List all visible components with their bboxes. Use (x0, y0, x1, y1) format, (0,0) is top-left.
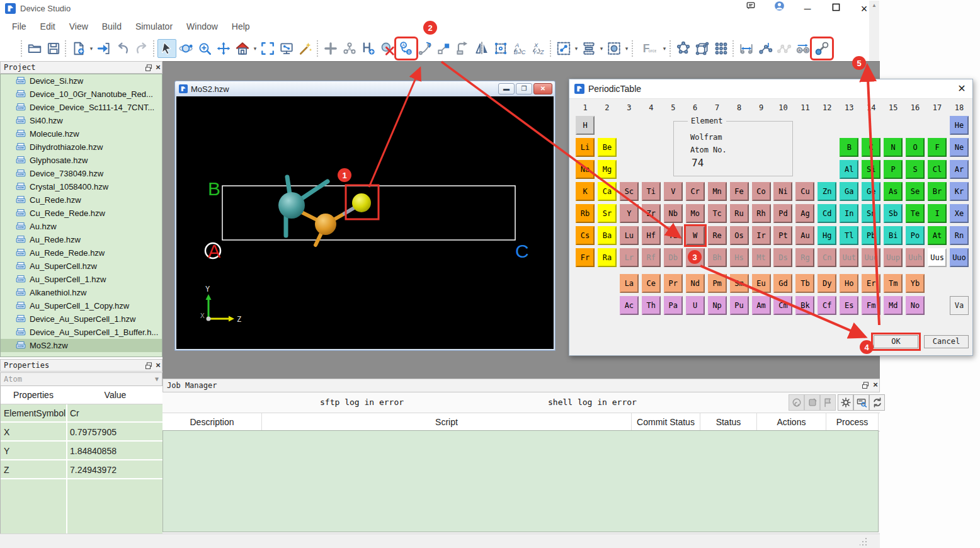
element-in[interactable]: In (840, 204, 858, 223)
element-bi[interactable]: Bi (884, 226, 903, 245)
job-col-script[interactable]: Script (262, 413, 632, 431)
dialog-close-icon[interactable]: ✕ (955, 82, 969, 96)
element-ba[interactable]: Ba (598, 226, 617, 245)
structure-viewport[interactable]: B A C Y Z X (176, 96, 554, 349)
minimize-button[interactable]: ─ (797, 0, 818, 18)
element-u[interactable]: U (686, 296, 705, 315)
sketch-bond-icon[interactable] (416, 39, 435, 58)
select-cursor-icon[interactable] (157, 39, 176, 58)
element-f[interactable]: F (928, 138, 947, 157)
add-atom-icon[interactable] (321, 39, 340, 58)
element-cs[interactable]: Cs (576, 226, 595, 245)
element-ar[interactable]: Ar (950, 160, 969, 179)
structure-window[interactable]: MoS2.hzw ▬ ❐ ✕ (174, 81, 556, 351)
element-uus[interactable]: Uus (928, 248, 947, 267)
element-tm[interactable]: Tm (884, 274, 903, 293)
close-panel-icon[interactable]: × (871, 380, 880, 390)
float-panel-icon[interactable] (144, 64, 153, 72)
periodic-table-dialog[interactable]: PeriodicTable ✕ 123456789101112131415161… (569, 79, 973, 356)
element-po[interactable]: Po (906, 226, 925, 245)
element-pu[interactable]: Pu (730, 296, 749, 315)
element-s[interactable]: S (906, 160, 925, 179)
menu-file[interactable]: File (5, 18, 33, 35)
project-file-device-device-sc111-14-7cnt-[interactable]: HZWDevice_Device_Sc111-14_7CNT... (1, 101, 162, 114)
project-file-glyphosate-hzw[interactable]: HZWGlyphosate.hzw (1, 154, 162, 167)
element-yb[interactable]: Yb (906, 274, 925, 293)
element-tc[interactable]: Tc (708, 204, 727, 223)
project-file-device-10-0gr-nanotube-red-[interactable]: HZWDevice_10_0Gr_Nanotube_Red... (1, 88, 162, 101)
measure-angle-icon[interactable] (756, 39, 775, 58)
open-folder-icon[interactable] (25, 39, 44, 58)
element-os[interactable]: Os (730, 226, 749, 245)
element-fe[interactable]: Fe (730, 182, 749, 201)
measure-distance-icon[interactable] (737, 39, 756, 58)
element-n[interactable]: N (884, 138, 903, 157)
element-ag[interactable]: Ag (795, 204, 814, 223)
job-col-description[interactable]: Description (162, 413, 262, 431)
project-file-molecule-hzw[interactable]: HZWMolecule.hzw (1, 127, 162, 140)
align-layers-icon[interactable] (579, 39, 598, 58)
save-icon[interactable] (44, 39, 63, 58)
element-pr[interactable]: Pr (664, 274, 683, 293)
feedback-chat-icon[interactable] (740, 0, 761, 18)
build-supercell-icon[interactable] (712, 39, 731, 58)
job-remote-monitor-icon[interactable] (853, 394, 869, 411)
property-value[interactable]: 7.24943972 (67, 460, 163, 479)
element-k[interactable]: K (576, 182, 595, 201)
element-v[interactable]: V (664, 182, 683, 201)
job-col-commit-status[interactable]: Commit Status (632, 413, 700, 431)
element-es[interactable]: Es (840, 296, 858, 315)
job-col-actions[interactable]: Actions (757, 413, 826, 431)
element-bk[interactable]: Bk (795, 296, 814, 315)
close-panel-icon[interactable]: × (154, 360, 162, 370)
menu-simulator[interactable]: Simulator (128, 18, 179, 35)
project-file-dihydrothiazole-hzw[interactable]: HZWDihydrothiazole.hzw (1, 140, 162, 154)
menu-build[interactable]: Build (95, 18, 128, 35)
element-dy[interactable]: Dy (818, 274, 836, 293)
element-mg[interactable]: Mg (598, 160, 617, 179)
element-rb[interactable]: Rb (576, 204, 595, 223)
element-pb[interactable]: Pb (862, 226, 880, 245)
build-fragment-icon[interactable] (554, 39, 573, 58)
undo-icon[interactable] (113, 39, 132, 58)
element-as[interactable]: As (884, 182, 903, 201)
project-file-cu-rede-rede-hzw[interactable]: HZWCu_Rede_Rede.hzw (1, 207, 162, 220)
element-c[interactable]: C (862, 138, 880, 157)
project-file-device-au-supercell-1-buffer-h-[interactable]: HZWDevice_Au_SuperCell_1_Buffer.h... (1, 326, 162, 339)
redo-icon[interactable] (132, 39, 151, 58)
element-zn[interactable]: Zn (818, 182, 836, 201)
element-i[interactable]: I (928, 204, 947, 223)
float-panel-icon[interactable] (861, 381, 870, 390)
property-value[interactable]: 1.84840858 (67, 442, 163, 460)
element-be[interactable]: Be (598, 138, 617, 157)
project-file-au-supercell-hzw[interactable]: HZWAu_SuperCell.hzw (1, 260, 162, 273)
dialog-titlebar[interactable]: PeriodicTable (569, 79, 972, 99)
element-ra[interactable]: Ra (598, 248, 617, 267)
replace-element-icon[interactable]: AB (397, 39, 416, 58)
atom-s[interactable] (352, 193, 371, 212)
cancel-button[interactable]: Cancel (924, 335, 969, 348)
element-sn[interactable]: Sn (862, 204, 880, 223)
project-file-device-au-supercell-1-hzw[interactable]: HZWDevice_Au_SuperCell_1.hzw (1, 312, 162, 326)
element-re[interactable]: Re (708, 226, 727, 245)
build-box-dropdown-icon[interactable]: ▾ (624, 45, 630, 52)
child-minimize-button[interactable]: ▬ (498, 83, 515, 94)
new-file-icon[interactable] (69, 39, 88, 58)
element-ac[interactable]: Ac (620, 296, 639, 315)
abc-axes-icon[interactable]: ABC (510, 39, 529, 58)
force-field-icon[interactable]: Force (636, 39, 661, 58)
project-file-si40-hzw[interactable]: HZWSi40.hzw (1, 114, 162, 127)
element-sm[interactable]: Sm (730, 274, 749, 293)
element-zr[interactable]: Zr (642, 204, 661, 223)
element-al[interactable]: Al (840, 160, 858, 179)
select-region-icon[interactable] (491, 39, 510, 58)
mirror-structure-icon[interactable] (472, 39, 491, 58)
resize-grip-icon[interactable] (860, 538, 867, 545)
auto-build-wand-icon[interactable] (296, 39, 315, 58)
build-fragment-dropdown-icon[interactable]: ▾ (573, 45, 579, 52)
element-lu[interactable]: Lu (620, 226, 639, 245)
project-file-device-si-hzw[interactable]: HZWDevice_Si.hzw (1, 74, 162, 88)
element-na[interactable]: Na (576, 160, 595, 179)
element-au[interactable]: Au (795, 226, 814, 245)
element-w[interactable]: W (686, 226, 705, 245)
